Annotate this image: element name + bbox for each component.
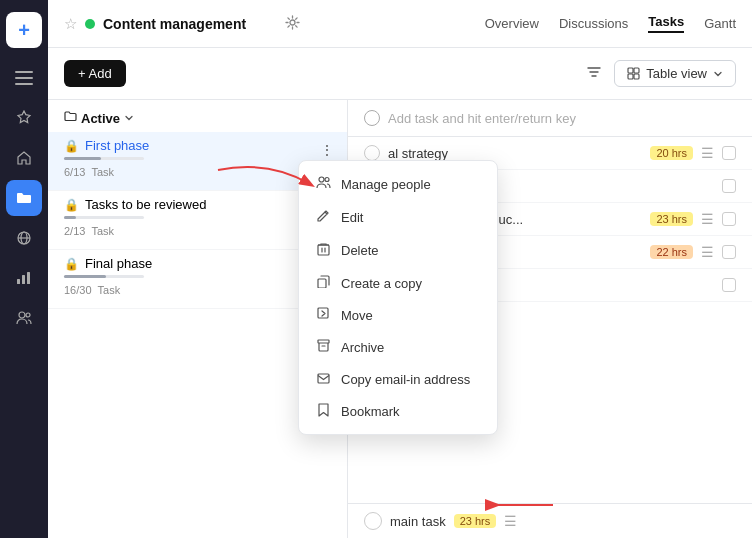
task-circle [364, 145, 380, 161]
progress-bar-fill-3 [64, 275, 106, 278]
bottom-task-bar[interactable]: main task 23 hrs ☰ [348, 503, 752, 538]
menu-label-copy-email: Copy email-in address [341, 372, 470, 387]
group-name-label-2: Tasks to be reviewed [85, 197, 206, 212]
nav-tasks[interactable]: Tasks [648, 14, 684, 33]
star-icon[interactable]: ☆ [64, 15, 77, 33]
menu-item-edit[interactable]: Edit [299, 201, 497, 234]
task-list-icon[interactable]: ☰ [701, 244, 714, 260]
svg-rect-12 [634, 68, 639, 73]
sidebar-home-icon[interactable] [6, 140, 42, 176]
menu-item-copy-email[interactable]: Copy email-in address [299, 363, 497, 395]
status-dot [85, 19, 95, 29]
nav-gantt[interactable]: Gantt [704, 16, 736, 31]
add-task-placeholder: Add task and hit enter/return key [388, 111, 576, 126]
add-task-bar[interactable]: Add task and hit enter/return key [348, 100, 752, 137]
svg-rect-11 [628, 68, 633, 73]
sidebar-people-icon[interactable] [6, 300, 42, 336]
bottom-task-hrs: 23 hrs [454, 514, 497, 528]
group-name-label: First phase [85, 138, 149, 153]
svg-rect-17 [318, 245, 329, 255]
task-list-icon[interactable]: ☰ [701, 211, 714, 227]
progress-bar-fill [64, 157, 101, 160]
section-header[interactable]: Active [48, 100, 347, 132]
task-checkbox[interactable] [722, 245, 736, 259]
progress-bar-bg-2 [64, 216, 144, 219]
svg-point-10 [290, 20, 295, 25]
group-meta-3: 16/30 Task ☰ [64, 282, 331, 298]
svg-rect-20 [318, 340, 329, 343]
task-hrs: 23 hrs [650, 212, 693, 226]
task-hrs: 22 hrs [650, 245, 693, 259]
group-progress-2: 2/13 Task [64, 225, 114, 237]
sidebar-star-icon[interactable] [6, 100, 42, 136]
manage-people-icon [315, 175, 331, 193]
archive-icon [315, 339, 331, 355]
context-menu: Manage people Edit [298, 160, 498, 435]
svg-point-9 [26, 313, 30, 317]
task-list-icon[interactable]: ☰ [701, 145, 714, 161]
menu-item-create-copy[interactable]: Create a copy [299, 267, 497, 299]
group-meta: 6/13 Task ☰ ⏱ [64, 164, 331, 180]
main-area: ☆ Content management Overview Discussion… [48, 0, 752, 538]
svg-point-8 [19, 312, 25, 318]
bookmark-icon [315, 403, 331, 420]
menu-label-manage-people: Manage people [341, 177, 431, 192]
svg-point-16 [325, 178, 329, 182]
move-icon [315, 307, 331, 323]
view-label: Table view [646, 66, 707, 81]
group-name-label-3: Final phase [85, 256, 152, 271]
add-button[interactable]: + Add [64, 60, 126, 87]
progress-bar-fill-2 [64, 216, 76, 219]
bottom-list-icon[interactable]: ☰ [504, 513, 517, 529]
menu-item-bookmark[interactable]: Bookmark [299, 395, 497, 428]
view-button[interactable]: Table view [614, 60, 736, 87]
sidebar-folder-icon[interactable] [6, 180, 42, 216]
svg-rect-5 [17, 279, 20, 284]
progress-bar-bg [64, 157, 144, 160]
top-nav: Overview Discussions Tasks Gantt [485, 14, 736, 33]
svg-rect-18 [318, 279, 326, 288]
task-checkbox[interactable] [722, 146, 736, 160]
nav-discussions[interactable]: Discussions [559, 16, 628, 31]
svg-rect-21 [318, 374, 329, 383]
kebab-button[interactable]: ⋮ [317, 140, 337, 160]
page-title: Content management [103, 16, 271, 32]
sidebar-globe-icon[interactable] [6, 220, 42, 256]
content-area: Active 🔒 First phase 6/13 Task [48, 100, 752, 538]
topbar: ☆ Content management Overview Discussion… [48, 0, 752, 48]
menu-item-manage-people[interactable]: Manage people [299, 167, 497, 201]
menu-item-archive[interactable]: Archive [299, 331, 497, 363]
group-progress: 6/13 Task [64, 166, 114, 178]
lock-icon-2: 🔒 [64, 198, 79, 212]
task-checkbox[interactable] [722, 278, 736, 292]
nav-overview[interactable]: Overview [485, 16, 539, 31]
copy-icon [315, 275, 331, 291]
menu-item-move[interactable]: Move [299, 299, 497, 331]
task-name: al strategy [388, 146, 642, 161]
svg-rect-14 [634, 74, 639, 79]
svg-rect-13 [628, 74, 633, 79]
task-checkbox[interactable] [722, 212, 736, 226]
sidebar-chart-icon[interactable] [6, 260, 42, 296]
svg-rect-2 [15, 83, 33, 85]
bottom-task-name: main task [390, 514, 446, 529]
lock-icon-3: 🔒 [64, 257, 79, 271]
logo-button[interactable]: + [6, 12, 42, 48]
settings-icon[interactable] [285, 15, 300, 33]
sidebar-menu-icon[interactable] [6, 60, 42, 96]
section-label: Active [81, 111, 120, 126]
bottom-task-circle [364, 512, 382, 530]
task-checkbox[interactable] [722, 179, 736, 193]
group-meta-2: 2/13 Task ☰ ⏱ [64, 223, 331, 239]
svg-rect-1 [15, 77, 33, 79]
task-hrs: 20 hrs [650, 146, 693, 160]
filter-icon[interactable] [586, 64, 602, 84]
menu-label-archive: Archive [341, 340, 384, 355]
lock-icon: 🔒 [64, 139, 79, 153]
delete-icon [315, 242, 331, 259]
menu-item-delete[interactable]: Delete [299, 234, 497, 267]
svg-point-15 [319, 177, 324, 182]
add-task-circle [364, 110, 380, 126]
svg-rect-0 [15, 71, 33, 73]
menu-label-bookmark: Bookmark [341, 404, 400, 419]
